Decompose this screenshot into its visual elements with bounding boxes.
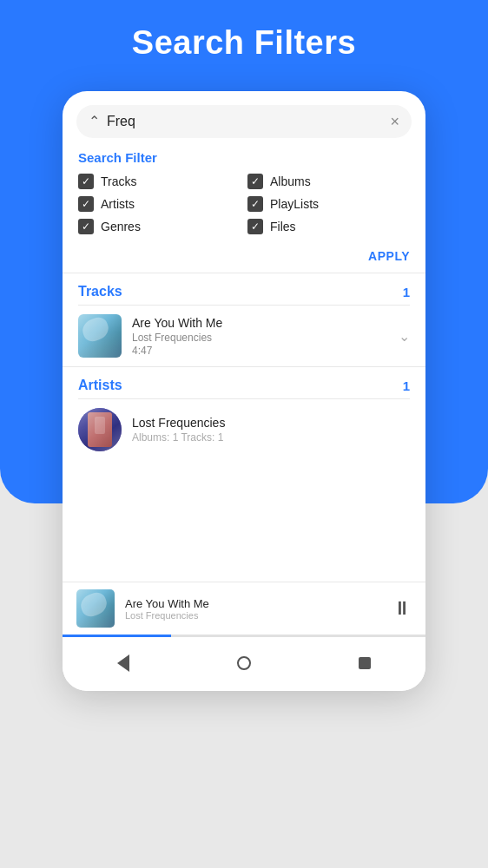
tracks-section-title: Tracks [78, 284, 122, 299]
chevron-up-icon[interactable]: ⌃ [89, 115, 100, 128]
track-artist: Lost Frequencies [132, 332, 388, 344]
artist-item[interactable]: Lost Frequencies Albums: 1 Tracks: 1 [78, 399, 410, 460]
artist-meta: Albums: 1 Tracks: 1 [132, 431, 410, 444]
filter-item-tracks[interactable]: Tracks [78, 174, 241, 189]
track-info: Are You With Me Lost Frequencies 4:47 [132, 316, 388, 357]
checkbox-artists[interactable] [78, 196, 94, 212]
artist-avatar [78, 408, 122, 451]
nav-home-button[interactable] [227, 646, 261, 681]
filter-item-files[interactable]: Files [247, 219, 410, 234]
filter-item-playlists[interactable]: PlayLists [247, 196, 410, 212]
filter-label-albums: Albums [270, 174, 311, 188]
filter-item-artists[interactable]: Artists [78, 196, 241, 212]
nav-back-button[interactable] [106, 646, 141, 681]
now-playing-thumbnail [76, 589, 115, 628]
track-item[interactable]: Are You With Me Lost Frequencies 4:47 ⌄ [78, 306, 410, 366]
filter-item-genres[interactable]: Genres [78, 219, 241, 234]
checkbox-tracks[interactable] [78, 174, 94, 189]
artists-section: Artists 1 Lost Frequencies Albums: 1 Tra… [63, 367, 425, 460]
page-title: Search Filters [0, 24, 488, 62]
filter-label-artists: Artists [101, 197, 135, 211]
search-bar: ⌃ × [76, 105, 412, 138]
artist-name: Lost Frequencies [132, 416, 410, 430]
now-playing-artist: Lost Frequencies [125, 610, 382, 621]
filter-title: Search Filter [78, 150, 410, 165]
checkbox-albums[interactable] [247, 174, 263, 189]
filter-label-playlists: PlayLists [270, 197, 319, 211]
now-playing-controls: ⏸ [392, 597, 412, 620]
clear-icon[interactable]: × [390, 114, 399, 129]
stop-icon [359, 657, 371, 669]
apply-button[interactable]: APPLY [368, 249, 410, 263]
checkbox-playlists[interactable] [247, 196, 263, 212]
artists-section-title: Artists [78, 378, 122, 393]
filter-label-genres: Genres [101, 220, 141, 233]
apply-button-container: APPLY [63, 243, 425, 273]
track-name: Are You With Me [132, 316, 388, 330]
checkbox-genres[interactable] [78, 219, 94, 234]
phone-card: ⌃ × Search Filter Tracks Albums Artists … [63, 91, 425, 691]
artist-info: Lost Frequencies Albums: 1 Tracks: 1 [132, 416, 410, 444]
track-expand-icon[interactable]: ⌄ [399, 328, 410, 345]
search-input[interactable] [107, 114, 383, 129]
nav-stop-button[interactable] [347, 646, 382, 681]
checkbox-files[interactable] [247, 219, 263, 234]
back-icon [117, 654, 129, 672]
now-playing-bar: Are You With Me Lost Frequencies ⏸ [63, 582, 425, 635]
empty-space [63, 460, 425, 582]
filter-label-tracks: Tracks [101, 174, 136, 188]
artists-header: Artists 1 [78, 367, 410, 399]
track-duration: 4:47 [132, 345, 388, 357]
artists-count: 1 [403, 378, 410, 393]
tracks-section: Tracks 1 Are You With Me Lost Frequencie… [63, 273, 425, 366]
filter-label-files: Files [270, 220, 296, 233]
track-thumbnail [78, 314, 122, 358]
nav-bar [63, 637, 425, 691]
tracks-count: 1 [403, 285, 410, 299]
filter-grid: Tracks Albums Artists PlayLists Genres [78, 174, 410, 234]
filter-section: Search Filter Tracks Albums Artists Play… [63, 138, 425, 243]
home-icon [237, 656, 251, 670]
tracks-header: Tracks 1 [78, 273, 410, 306]
progress-bar-fill [63, 635, 171, 637]
filter-item-albums[interactable]: Albums [247, 174, 410, 189]
pause-button[interactable]: ⏸ [392, 597, 412, 620]
now-playing-name: Are You With Me [125, 597, 382, 610]
progress-bar [63, 635, 425, 637]
now-playing-info: Are You With Me Lost Frequencies [125, 597, 382, 621]
